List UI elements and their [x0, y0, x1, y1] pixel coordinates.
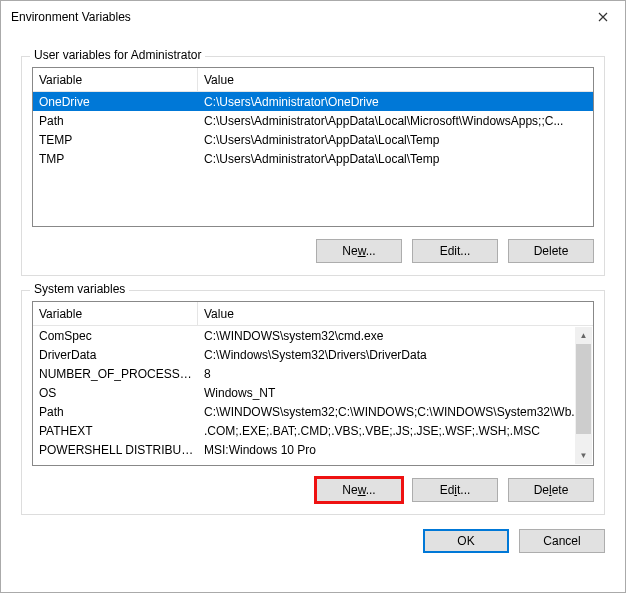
scroll-track[interactable]	[575, 434, 592, 447]
table-row[interactable]: PathC:\WINDOWS\system32;C:\WINDOWS;C:\WI…	[33, 402, 593, 421]
user-edit-button[interactable]: Edit...	[412, 239, 498, 263]
system-variables-list[interactable]: Variable Value ComSpecC:\WINDOWS\system3…	[32, 301, 594, 466]
user-variables-group: User variables for Administrator Variabl…	[21, 56, 605, 276]
scroll-thumb[interactable]	[576, 344, 591, 434]
sys-group-label: System variables	[30, 282, 129, 296]
sys-delete-button[interactable]: Delete	[508, 478, 594, 502]
close-button[interactable]	[580, 1, 625, 32]
header-value[interactable]: Value	[198, 68, 593, 91]
cell-value: C:\Users\Administrator\AppData\Local\Tem…	[198, 133, 593, 147]
table-row[interactable]: NUMBER_OF_PROCESSORS8	[33, 364, 593, 383]
cell-variable: PATHEXT	[33, 424, 198, 438]
sys-new-button[interactable]: New...	[316, 478, 402, 502]
cell-value: Windows_NT	[198, 386, 593, 400]
sys-rows: ComSpecC:\WINDOWS\system32\cmd.exeDriver…	[33, 326, 593, 465]
cell-value: C:\Users\Administrator\AppData\Local\Mic…	[198, 114, 593, 128]
cell-value: .COM;.EXE;.BAT;.CMD;.VBS;.VBE;.JS;.JSE;.…	[198, 424, 593, 438]
cell-variable: TMP	[33, 152, 198, 166]
cell-variable: Path	[33, 114, 198, 128]
table-row[interactable]: ComSpecC:\WINDOWS\system32\cmd.exe	[33, 326, 593, 345]
cell-value: C:\Users\Administrator\OneDrive	[198, 95, 593, 109]
table-row[interactable]: OneDriveC:\Users\Administrator\OneDrive	[33, 92, 593, 111]
env-vars-dialog: Environment Variables User variables for…	[0, 0, 626, 593]
scroll-down-icon[interactable]: ▼	[575, 447, 592, 464]
user-variables-list[interactable]: Variable Value OneDriveC:\Users\Administ…	[32, 67, 594, 227]
cell-value: C:\Windows\System32\Drivers\DriverData	[198, 348, 593, 362]
user-list-headers: Variable Value	[33, 68, 593, 92]
cell-value: C:\WINDOWS\system32\cmd.exe	[198, 329, 593, 343]
title-text: Environment Variables	[11, 10, 131, 24]
user-button-row: New... Edit... Delete	[32, 239, 594, 263]
cell-variable: ComSpec	[33, 329, 198, 343]
table-row[interactable]: PathC:\Users\Administrator\AppData\Local…	[33, 111, 593, 130]
sys-list-headers: Variable Value	[33, 302, 593, 326]
cell-value: 8	[198, 367, 593, 381]
sys-button-row: New... Edit... Delete	[32, 478, 594, 502]
cell-variable: NUMBER_OF_PROCESSORS	[33, 367, 198, 381]
table-row[interactable]: DriverDataC:\Windows\System32\Drivers\Dr…	[33, 345, 593, 364]
cell-variable: POWERSHELL DISTRIBUTIO...	[33, 443, 198, 457]
cell-value: C:\Users\Administrator\AppData\Local\Tem…	[198, 152, 593, 166]
cell-value: MSI:Windows 10 Pro	[198, 443, 593, 457]
cell-variable: Path	[33, 405, 198, 419]
scroll-up-icon[interactable]: ▲	[575, 327, 592, 344]
table-row[interactable]: OSWindows_NT	[33, 383, 593, 402]
dialog-body: User variables for Administrator Variabl…	[1, 32, 625, 592]
cell-variable: OneDrive	[33, 95, 198, 109]
cancel-button[interactable]: Cancel	[519, 529, 605, 553]
close-icon	[598, 12, 608, 22]
user-new-button[interactable]: New...	[316, 239, 402, 263]
user-delete-button[interactable]: Delete	[508, 239, 594, 263]
user-rows: OneDriveC:\Users\Administrator\OneDriveP…	[33, 92, 593, 226]
titlebar: Environment Variables	[1, 1, 625, 32]
header-variable[interactable]: Variable	[33, 302, 198, 325]
table-row[interactable]: TEMPC:\Users\Administrator\AppData\Local…	[33, 130, 593, 149]
ok-button[interactable]: OK	[423, 529, 509, 553]
sys-scrollbar[interactable]: ▲ ▼	[575, 327, 592, 464]
table-row[interactable]: PATHEXT.COM;.EXE;.BAT;.CMD;.VBS;.VBE;.JS…	[33, 421, 593, 440]
cell-variable: TEMP	[33, 133, 198, 147]
system-variables-group: System variables Variable Value ComSpecC…	[21, 290, 605, 515]
cell-value: C:\WINDOWS\system32;C:\WINDOWS;C:\WINDOW…	[198, 405, 593, 419]
header-variable[interactable]: Variable	[33, 68, 198, 91]
table-row[interactable]: POWERSHELL DISTRIBUTIO...MSI:Windows 10 …	[33, 440, 593, 459]
table-row[interactable]: TMPC:\Users\Administrator\AppData\Local\…	[33, 149, 593, 168]
cell-variable: DriverData	[33, 348, 198, 362]
header-value[interactable]: Value	[198, 302, 593, 325]
user-group-label: User variables for Administrator	[30, 48, 205, 62]
sys-edit-button[interactable]: Edit...	[412, 478, 498, 502]
cell-variable: OS	[33, 386, 198, 400]
footer-buttons: OK Cancel	[21, 529, 605, 553]
